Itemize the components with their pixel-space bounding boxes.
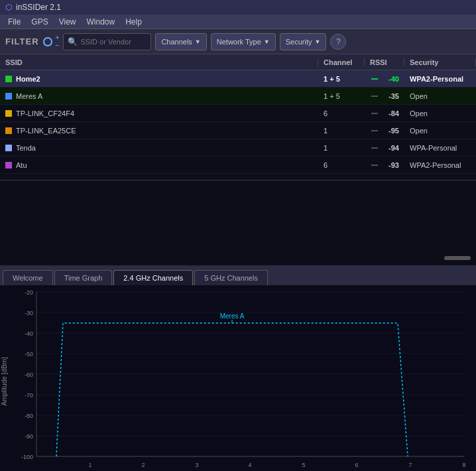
table-body: Home21 + 5-40WPA2-PersonalMeres A1 + 5-3…	[0, 70, 476, 174]
security-dropdown[interactable]: Security ▼	[280, 33, 327, 50]
rssi-spark	[370, 73, 378, 85]
ssid-cell: TP-LINK_CF24F4	[0, 109, 318, 117]
svg-text:-80: -80	[25, 413, 33, 419]
rssi-value: -84	[381, 109, 399, 117]
title-bar: ⬡ inSSIDer 2.1	[0, 0, 476, 15]
search-box: 🔍	[63, 33, 151, 50]
ssid-cell: Home2	[0, 75, 318, 83]
rssi-value: -93	[381, 161, 399, 169]
rssi-value: -95	[381, 127, 399, 135]
security-cell: Open	[404, 109, 476, 117]
menu-bar: File GPS View Window Help	[0, 15, 476, 29]
meres-a-label: Meres A	[220, 312, 245, 320]
svg-text:-20: -20	[25, 289, 33, 296]
toolbar: FILTER + − 🔍 Channels ▼ Network Type ▼ S…	[0, 29, 476, 54]
rssi-spark	[370, 142, 378, 154]
table-area: SSID Channel RSSI Security Home21 + 5-40…	[0, 54, 476, 180]
th-security: Security	[404, 58, 476, 66]
ssid-cell: Meres A	[0, 92, 318, 100]
tab-5-ghz-channels[interactable]: 5 GHz Channels	[194, 270, 268, 285]
ssid-color-indicator	[5, 76, 12, 82]
menu-gps[interactable]: GPS	[26, 16, 53, 28]
svg-text:1: 1	[88, 462, 91, 468]
tab-welcome[interactable]: Welcome	[3, 270, 53, 285]
chart-svg: Amplitude [dBm] -20 -30 -40 -50 -60 -70 …	[0, 285, 476, 471]
svg-text:-90: -90	[25, 433, 33, 440]
rssi-value: -35	[381, 92, 399, 100]
table-row[interactable]: Meres A1 + 5-35Open	[0, 88, 476, 105]
ssid-cell: Tenda	[0, 144, 318, 152]
svg-text:-40: -40	[25, 330, 33, 337]
menu-view[interactable]: View	[54, 16, 82, 28]
rssi-spark	[370, 107, 378, 119]
ssid-text: TP-LINK_CF24F4	[16, 109, 74, 117]
svg-text:-50: -50	[25, 351, 33, 358]
menu-help[interactable]: Help	[120, 16, 147, 28]
rssi-value: -40	[381, 75, 399, 83]
rssi-cell: -35	[365, 90, 404, 102]
rssi-spark	[370, 159, 378, 171]
channel-cell: 1 + 5	[318, 75, 365, 83]
rssi-cell: -94	[365, 142, 404, 154]
table-row[interactable]: Tenda1-94WPA-Personal	[0, 139, 476, 157]
rssi-spark	[370, 125, 378, 137]
channels-dropdown[interactable]: Channels ▼	[155, 33, 206, 50]
rssi-value: -94	[381, 144, 399, 152]
bottom-spacer	[0, 180, 476, 265]
search-input[interactable]	[80, 38, 147, 46]
network-type-arrow: ▼	[264, 38, 270, 45]
ssid-cell: TP-LINK_EA25CE	[0, 127, 318, 135]
menu-file[interactable]: File	[3, 16, 26, 28]
scroll-indicator[interactable]	[444, 256, 471, 260]
svg-text:3: 3	[195, 462, 198, 468]
ssid-text: Atu	[16, 161, 27, 169]
channel-cell: 6	[318, 109, 365, 117]
table-header: SSID Channel RSSI Security	[0, 54, 476, 70]
app-icon: ⬡	[5, 3, 12, 12]
tab-2.4-ghz-channels[interactable]: 2.4 GHz Channels	[113, 270, 193, 285]
channels-arrow: ▼	[195, 38, 201, 45]
security-cell: WPA2-Personal	[404, 75, 476, 83]
security-cell: Open	[404, 127, 476, 135]
channel-cell: 1 + 5	[318, 92, 365, 100]
table-row[interactable]: Home21 + 5-40WPA2-Personal	[0, 70, 476, 88]
th-channel: Channel	[318, 58, 365, 66]
menu-window[interactable]: Window	[81, 16, 120, 28]
security-cell: Open	[404, 92, 476, 100]
rssi-cell: -40	[365, 73, 404, 85]
network-type-dropdown[interactable]: Network Type ▼	[211, 33, 276, 50]
tabs-bar: WelcomeTime Graph2.4 GHz Channels5 GHz C…	[0, 265, 476, 285]
security-arrow: ▼	[315, 38, 321, 45]
ssid-text: Tenda	[16, 144, 36, 152]
filter-label: FILTER	[5, 36, 39, 46]
th-rssi: RSSI	[365, 58, 404, 66]
svg-text:-70: -70	[25, 392, 33, 399]
table-row[interactable]: Atu6-93WPA2-Personal	[0, 157, 476, 174]
svg-text:-100: -100	[21, 454, 33, 460]
svg-text:6: 6	[355, 462, 358, 468]
ssid-cell: Atu	[0, 161, 318, 169]
channel-cell: 6	[318, 161, 365, 169]
help-button[interactable]: ?	[330, 34, 346, 50]
table-row[interactable]: TP-LINK_CF24F46-84Open	[0, 105, 476, 122]
svg-text:7: 7	[408, 462, 412, 468]
ssid-text: Home2	[16, 75, 40, 83]
rssi-cell: -95	[365, 125, 404, 137]
ssid-text: Meres A	[16, 92, 42, 100]
rssi-spark	[370, 90, 378, 102]
svg-text:4: 4	[248, 462, 251, 468]
table-row[interactable]: TP-LINK_EA25CE1-95Open	[0, 122, 476, 139]
svg-text:-60: -60	[25, 371, 33, 378]
security-cell: WPA2-Personal	[404, 161, 476, 169]
app-title: inSSIDer 2.1	[16, 3, 61, 12]
security-cell: WPA-Personal	[404, 144, 476, 152]
ssid-color-indicator	[5, 145, 12, 151]
tab-time-graph[interactable]: Time Graph	[54, 270, 113, 285]
channel-cell: 1	[318, 127, 365, 135]
rssi-cell: -84	[365, 107, 404, 119]
search-icon: 🔍	[68, 37, 78, 46]
y-axis-label: Amplitude [dBm]	[1, 357, 8, 406]
svg-text:-30: -30	[25, 310, 33, 316]
ssid-color-indicator	[5, 93, 12, 100]
filter-toggle[interactable]: + −	[56, 34, 60, 49]
